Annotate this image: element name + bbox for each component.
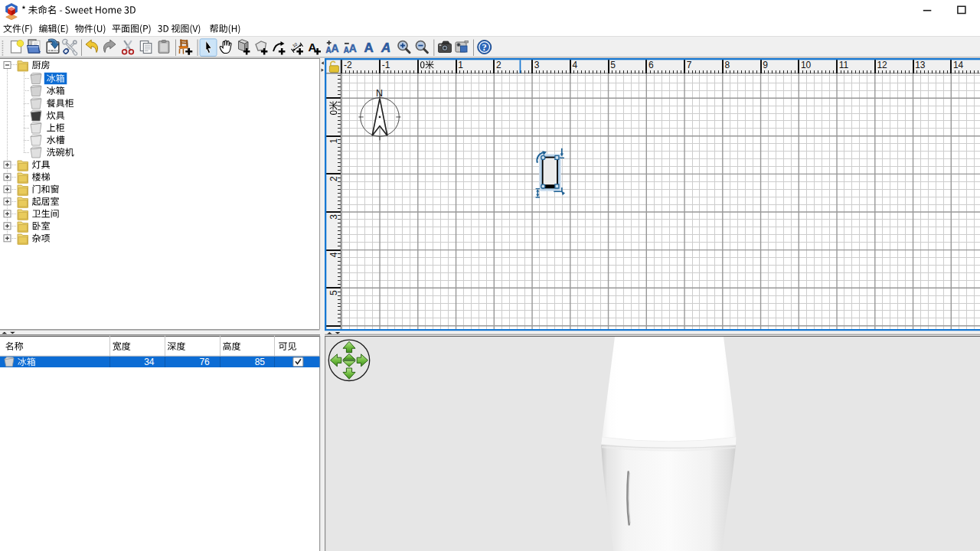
svg-text:34: 34 <box>144 357 155 367</box>
svg-text:10: 10 <box>801 60 812 70</box>
svg-text:N: N <box>376 88 383 99</box>
svg-text:A: A <box>349 42 357 54</box>
svg-text:?: ? <box>482 42 487 53</box>
svg-text:11: 11 <box>839 60 849 70</box>
svg-text:76: 76 <box>199 357 210 367</box>
svg-text:14: 14 <box>953 60 964 70</box>
svg-text:7: 7 <box>687 60 692 70</box>
svg-text:12: 12 <box>877 60 887 70</box>
svg-text:4: 4 <box>572 60 577 70</box>
svg-text:A: A <box>364 41 373 55</box>
svg-text:1: 1 <box>328 139 339 144</box>
svg-text:A: A <box>381 41 390 55</box>
svg-text:A: A <box>332 42 339 54</box>
svg-text:4: 4 <box>328 252 339 257</box>
svg-text:2: 2 <box>496 60 501 70</box>
svg-text:5: 5 <box>328 290 339 295</box>
svg-text:85: 85 <box>255 357 266 367</box>
svg-text:5: 5 <box>610 60 616 70</box>
svg-text:9: 9 <box>763 60 768 70</box>
svg-text:3: 3 <box>328 214 339 220</box>
svg-text:6: 6 <box>648 60 654 70</box>
svg-text:8: 8 <box>724 60 730 70</box>
svg-text:-2: -2 <box>344 60 352 70</box>
svg-text:3: 3 <box>534 60 540 70</box>
svg-text:2: 2 <box>328 176 339 181</box>
svg-text:13: 13 <box>915 60 926 70</box>
svg-text:-1: -1 <box>382 60 390 70</box>
svg-text:1: 1 <box>458 60 463 70</box>
